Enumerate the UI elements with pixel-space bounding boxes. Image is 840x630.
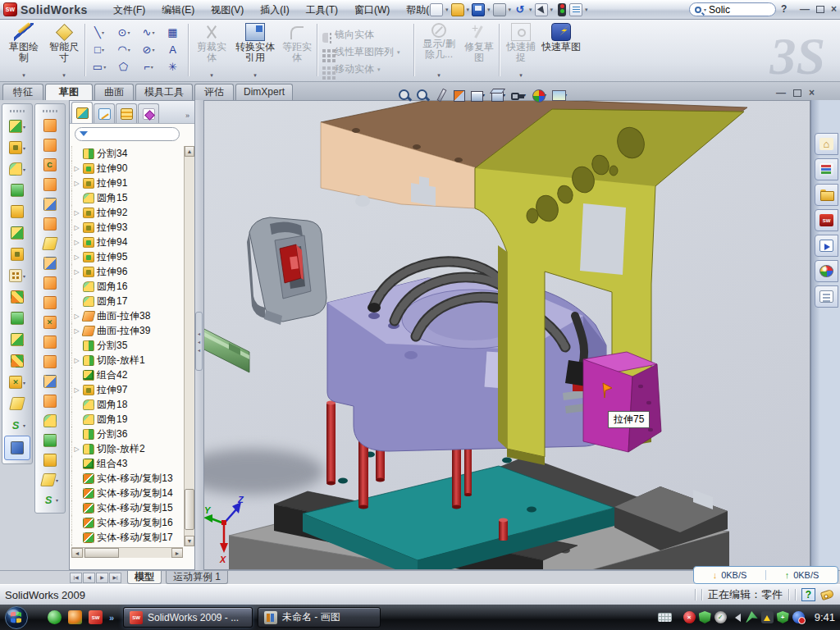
spline-tool-icon[interactable]: ∿ ▾ — [136, 24, 161, 41]
smart-dimension-flyout-arrow[interactable]: ▾ — [62, 72, 66, 79]
swept-cut-icon[interactable] — [2, 222, 32, 244]
move-copy-body-icon[interactable] — [2, 350, 32, 372]
new-flyout-arrow[interactable]: ▾ — [444, 7, 450, 13]
tray-network-warning-icon[interactable] — [761, 611, 774, 623]
print-flyout-arrow[interactable]: ▾ — [507, 7, 514, 13]
boundary-surface-icon[interactable] — [35, 194, 65, 214]
new-document-icon[interactable] — [430, 3, 443, 16]
ellipse-tool-icon[interactable]: ⊘ ▾ — [136, 41, 161, 58]
quick-launch-overflow-chevron[interactable]: » — [109, 613, 114, 623]
sketch-fillet-icon[interactable]: ⌐ ▾ — [136, 58, 161, 75]
scrollbar-thumb[interactable] — [185, 489, 194, 530]
helix-curve-icon[interactable]: S ▾ — [2, 414, 32, 436]
menu-item[interactable]: 工具(T) — [298, 0, 346, 20]
thicken-icon[interactable] — [35, 431, 65, 450]
trim-entities-button[interactable]: 剪裁实体 ▾ — [192, 22, 231, 79]
extruded-cut-icon[interactable]: ▾ — [2, 137, 32, 158]
tab-prev-button[interactable]: ◀ — [83, 573, 95, 583]
convert-entities-button[interactable]: 转换实体引用 ▾ — [234, 22, 276, 79]
expander-icon[interactable]: ▷ — [73, 253, 80, 261]
tool-flyout-arrow[interactable]: ▾ — [152, 30, 154, 35]
dimxpertmanager-tab[interactable] — [138, 103, 159, 123]
flyout-arrow[interactable]: ▾ — [23, 422, 25, 428]
core-insert-block[interactable] — [247, 217, 326, 325]
tab-last-button[interactable]: ▶| — [109, 573, 121, 583]
quick-launch-pet-icon[interactable] — [68, 610, 82, 624]
scroll-up-button[interactable]: ▲ — [185, 146, 194, 157]
appearances-scenes-tab[interactable] — [815, 260, 838, 282]
tree-item[interactable]: 圆角17 — [71, 294, 183, 308]
tray-security-shield-icon[interactable] — [699, 611, 711, 623]
delete-face-icon[interactable]: ✕ — [35, 313, 65, 332]
quick-launch-solidworks-icon[interactable]: SW — [89, 610, 103, 624]
tree-item[interactable]: 组合42 — [71, 368, 183, 382]
tab-first-button[interactable]: |◀ — [70, 573, 82, 583]
tree-item[interactable]: ▷ 切除-放样2 — [71, 441, 183, 456]
tree-item[interactable]: 实体-移动/复制16 — [71, 515, 183, 530]
flyout-arrow[interactable]: ▾ — [23, 145, 25, 151]
tree-item[interactable]: ▷ 拉伸90 — [71, 161, 183, 176]
scroll-left-button[interactable]: ◄ — [71, 548, 83, 558]
expander-icon[interactable]: ▷ — [73, 386, 80, 394]
minimize-button[interactable]: — — [800, 3, 810, 15]
text-tool-icon[interactable]: A — [161, 41, 185, 58]
options-flyout-arrow[interactable]: ▾ — [583, 7, 590, 13]
combine-bodies-icon[interactable] — [2, 286, 32, 308]
display-delete-relations-button[interactable]: 显示/删除几... ▾ — [418, 22, 459, 79]
swept-surface-icon[interactable]: C — [35, 155, 65, 175]
open-flyout-arrow[interactable]: ▾ — [465, 7, 472, 13]
expander-icon[interactable]: ▷ — [73, 180, 80, 187]
tree-item[interactable]: ▷ 拉伸93 — [71, 220, 183, 235]
dome-icon[interactable] — [35, 450, 65, 470]
repair-sketch-button[interactable]: 修复草图 — [461, 22, 497, 79]
section-view-icon[interactable] — [450, 87, 464, 103]
select-cursor-icon[interactable] — [535, 3, 548, 16]
quick-launch-messenger-icon[interactable] — [48, 610, 62, 624]
doc-restore-button[interactable] — [793, 89, 801, 97]
select-flyout-arrow[interactable]: ▾ — [549, 7, 555, 13]
model-canvas[interactable]: Y Z X — [204, 101, 810, 570]
expander-icon[interactable]: ▷ — [73, 268, 80, 276]
file-explorer-tab[interactable] — [815, 184, 838, 206]
apply-scene-icon[interactable]: ▾ — [550, 87, 567, 103]
open-icon[interactable] — [451, 3, 464, 16]
tree-item[interactable]: ▷ 拉伸92 — [71, 205, 183, 220]
help-button[interactable]: ? — [781, 3, 787, 15]
save-icon[interactable] — [472, 3, 485, 16]
expander-icon[interactable]: ▷ — [73, 209, 80, 217]
motion-study-tab[interactable]: 运动算例 1 — [166, 571, 228, 584]
reference-geometry-icon[interactable]: ▾ — [35, 470, 65, 490]
scroll-down-button[interactable]: ▼ — [185, 536, 194, 546]
menu-item[interactable]: 编辑(E) — [153, 0, 203, 20]
zoom-to-area-icon[interactable] — [414, 87, 428, 103]
tree-item[interactable]: 圆角15 — [71, 190, 183, 205]
extruded-boss-icon[interactable]: ▾ — [2, 116, 32, 137]
taskbar-clock[interactable]: 9:41 — [815, 611, 835, 623]
tool-flyout-arrow[interactable]: ▾ — [152, 47, 154, 52]
tree-item[interactable]: ▷ 拉伸91 — [71, 176, 183, 190]
expander-icon[interactable]: ▷ — [73, 224, 80, 231]
sketch-flyout-arrow[interactable]: ▾ — [22, 72, 25, 79]
solidworks-resources-tab[interactable]: ⌂ — [815, 133, 838, 155]
search-input[interactable]: ▾ Solic — [689, 2, 776, 16]
tray-update-gear-icon[interactable] — [714, 611, 727, 623]
close-button[interactable]: × — [831, 3, 837, 15]
expander-icon[interactable]: ▷ — [73, 357, 80, 364]
tree-item[interactable]: 分割36 — [71, 427, 183, 441]
expander-icon[interactable]: ▷ — [73, 313, 80, 320]
undo-icon[interactable]: ↺ — [514, 3, 527, 16]
restore-button[interactable] — [816, 6, 824, 13]
intersect-icon[interactable] — [2, 308, 32, 329]
fillet-surface-icon[interactable] — [35, 411, 65, 431]
tool-flyout-arrow[interactable]: ▾ — [128, 47, 130, 52]
command-tab[interactable]: 评估 — [194, 84, 234, 100]
split-icon[interactable] — [2, 329, 32, 350]
zoom-to-fit-icon[interactable] — [396, 87, 410, 103]
expander-icon[interactable]: ▷ — [73, 445, 80, 453]
filled-surface-icon[interactable] — [35, 214, 65, 234]
command-tab[interactable]: 草图 — [45, 84, 93, 100]
hide-show-items-icon[interactable]: ▾ — [509, 87, 526, 103]
untrim-surface-icon[interactable] — [35, 391, 65, 411]
command-tab[interactable]: 模具工具 — [135, 84, 193, 100]
tree-filter-input[interactable] — [75, 127, 180, 141]
